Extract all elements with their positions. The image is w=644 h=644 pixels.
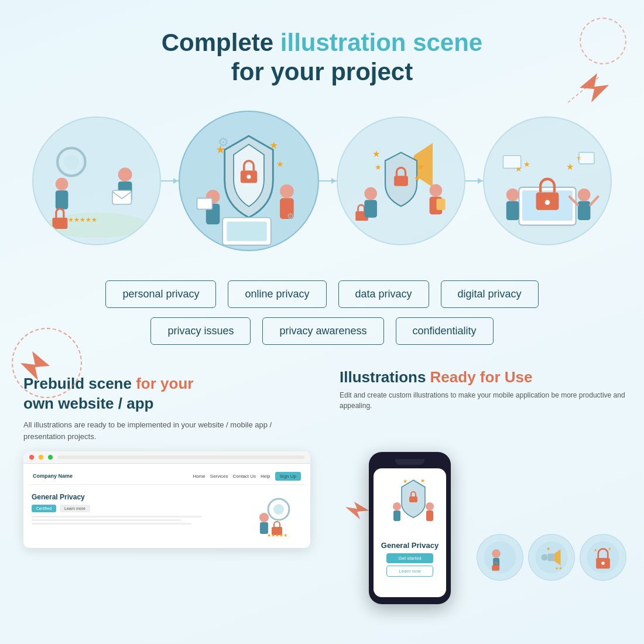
- svg-point-57: [259, 513, 269, 522]
- svg-point-62: [393, 502, 401, 511]
- nav-services: Services: [210, 474, 228, 479]
- bottom-section: Prebuild scene for your own website / ap…: [0, 362, 644, 581]
- circle-item-1: ★★★★★: [32, 117, 161, 245]
- svg-point-69: [492, 549, 501, 558]
- browser-content: Company Name Home Services Contact Us He…: [23, 464, 310, 548]
- svg-point-76: [587, 541, 619, 573]
- illustrations-card: Illustrations Ready for Use Edit and cre…: [334, 362, 632, 581]
- svg-rect-50: [506, 201, 519, 220]
- site-certified-btn[interactable]: Certified: [32, 505, 56, 512]
- circle-bubble-3: ★ ★ ★ ★: [337, 117, 465, 245]
- tag-confidentiality[interactable]: confidentiality: [396, 317, 494, 345]
- svg-text:★: ★: [403, 478, 407, 484]
- svg-rect-20: [197, 198, 213, 209]
- svg-text:★: ★: [420, 478, 425, 484]
- nav-home: Home: [193, 474, 205, 479]
- svg-point-6: [56, 177, 68, 190]
- connector-2: [319, 180, 337, 181]
- phone-and-circles-container: ★ ★ General Privacy Get started Learn no…: [340, 417, 626, 581]
- svg-rect-28: [394, 176, 408, 186]
- site-hero: General Privacy Certified Learn more: [28, 489, 306, 543]
- tag-personal-privacy[interactable]: personal privacy: [105, 280, 216, 308]
- tags-row-2: privacy issues privacy awareness confide…: [150, 317, 493, 345]
- arrow-top-right-decoration: [568, 70, 609, 108]
- svg-point-34: [364, 187, 377, 200]
- nav-help: Help: [261, 474, 270, 479]
- tag-privacy-awareness[interactable]: privacy awareness: [262, 317, 383, 345]
- tags-section: personal privacy online privacy data pri…: [0, 280, 644, 345]
- svg-rect-61: [409, 496, 417, 502]
- svg-point-78: [601, 561, 604, 564]
- svg-text:★: ★: [269, 139, 278, 150]
- tags-row-1: personal privacy online privacy data pri…: [105, 280, 538, 308]
- site-learn-btn[interactable]: Learn more: [60, 505, 90, 512]
- arrow-left-decoration: [18, 348, 59, 386]
- svg-text:★: ★: [523, 160, 530, 169]
- phone-learn-now-btn[interactable]: Learn now: [386, 566, 433, 577]
- circle-item-3: ★ ★ ★ ★: [337, 117, 465, 245]
- browser-url: [57, 455, 304, 459]
- circle-item-2: ★ ★ ★ ⚙ ⚙: [179, 111, 319, 251]
- site-text-line-3: [32, 523, 191, 525]
- svg-rect-48: [579, 152, 594, 163]
- nav-contact: Contact Us: [233, 474, 256, 479]
- site-nav: Home Services Contact Us Help Sign Up: [193, 472, 301, 481]
- site-cta-btn[interactable]: Sign Up: [275, 472, 301, 481]
- svg-line-54: [590, 197, 598, 205]
- circle-bubble-4: ★ ★ ★ ★: [483, 117, 612, 245]
- browser-dot-yellow: [39, 455, 43, 460]
- illustration-circles-row: ★★★★★ ★ ★ ★: [0, 111, 644, 251]
- svg-rect-38: [436, 198, 445, 210]
- svg-point-36: [430, 184, 443, 197]
- phone-notch: [395, 459, 424, 465]
- circle-bubble-1: ★★★★★: [32, 117, 161, 245]
- svg-marker-0: [580, 73, 609, 102]
- tag-digital-privacy[interactable]: digital privacy: [441, 280, 539, 308]
- svg-point-56: [273, 504, 284, 515]
- mini-circle-2: ★ ★★: [528, 534, 575, 581]
- svg-point-49: [506, 189, 519, 201]
- phone-screen: ★ ★ General Privacy Get started Learn no…: [374, 468, 446, 597]
- tag-privacy-issues[interactable]: privacy issues: [150, 317, 251, 345]
- svg-marker-2: [20, 351, 50, 381]
- svg-point-5: [64, 154, 79, 169]
- svg-point-14: [246, 174, 251, 179]
- svg-rect-58: [260, 522, 268, 534]
- circle-bubble-2: ★ ★ ★ ⚙ ⚙: [179, 111, 319, 251]
- dashed-circle-right-decoration: [580, 18, 626, 64]
- site-text-line-1: [32, 516, 202, 518]
- svg-marker-81: [345, 502, 369, 519]
- site-logo: Company Name: [33, 474, 73, 479]
- svg-text:★: ★: [566, 161, 574, 171]
- svg-rect-7: [56, 190, 68, 209]
- svg-text:★: ★: [372, 149, 380, 159]
- svg-rect-63: [393, 511, 400, 521]
- mini-circle-3: ★ ★: [580, 534, 626, 581]
- site-header-mock: Company Name Home Services Contact Us He…: [28, 468, 306, 485]
- svg-text:★★★★★: ★★★★★: [68, 216, 97, 223]
- svg-text:★★: ★★: [555, 566, 562, 571]
- site-hero-title: General Privacy: [32, 493, 245, 501]
- connector-3: [465, 180, 483, 181]
- mini-circles-row: ★ ★★ ★ ★: [477, 534, 626, 581]
- illustrations-card-subtitle: Edit and create custom illustrations to …: [340, 390, 626, 411]
- svg-text:★: ★: [375, 162, 382, 171]
- svg-text:⚙: ⚙: [287, 211, 294, 221]
- page-header: Complete illustration scene for your pro…: [0, 0, 644, 105]
- svg-point-73: [542, 554, 548, 560]
- svg-rect-35: [364, 200, 377, 217]
- browser-bar: [23, 451, 310, 464]
- svg-rect-12: [112, 190, 131, 204]
- svg-point-68: [484, 541, 516, 573]
- svg-text:★: ★: [546, 546, 550, 551]
- svg-rect-71: [492, 565, 499, 570]
- svg-text:★: ★: [594, 547, 597, 553]
- svg-rect-24: [227, 221, 266, 241]
- tag-online-privacy[interactable]: online privacy: [228, 280, 326, 308]
- svg-text:★: ★: [414, 174, 421, 183]
- site-hero-illustration: ★★★★★: [249, 493, 302, 540]
- phone-get-started-btn[interactable]: Get started: [386, 553, 433, 563]
- browser-dot-green: [48, 455, 53, 460]
- tag-data-privacy[interactable]: data privacy: [338, 280, 429, 308]
- mini-circle-1: [477, 534, 523, 581]
